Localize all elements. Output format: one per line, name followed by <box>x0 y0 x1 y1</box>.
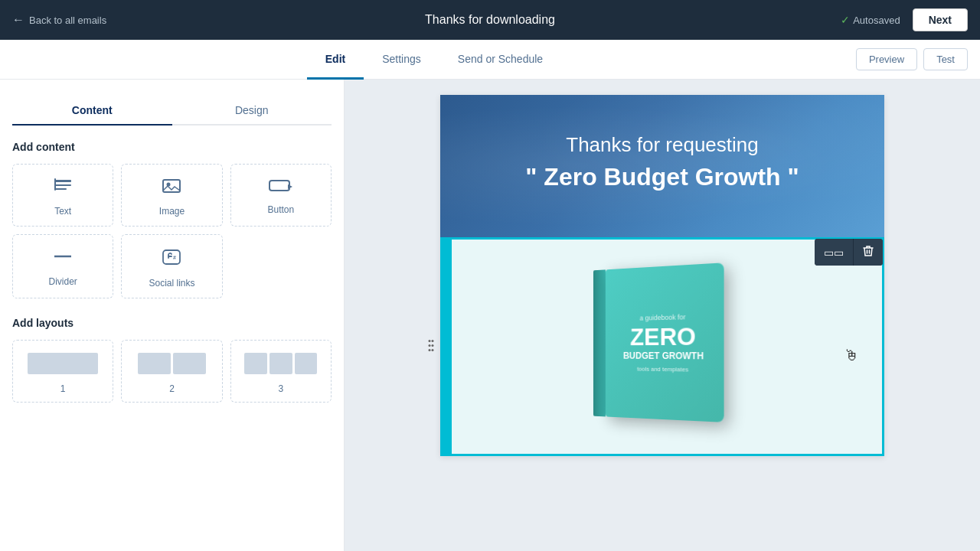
teal-bar <box>443 240 452 454</box>
book-body: a guidebook for ZERO BUDGET GROWTH tools… <box>606 262 724 422</box>
button-item-label: Button <box>267 204 294 215</box>
back-label: Back to all emails <box>29 15 106 26</box>
cursor-icon: 🖰 <box>844 347 859 364</box>
delete-section-button[interactable] <box>853 239 883 266</box>
sidebar-tabs: Content Design <box>12 95 332 126</box>
sidebar: Content Design Add content Text <box>0 80 345 551</box>
svg-point-13 <box>432 344 434 347</box>
content-grid: Text Image <box>12 164 332 298</box>
book-budget-text: BUDGET GROWTH <box>623 350 704 360</box>
book-section[interactable]: ▭▭ <box>440 237 884 456</box>
layout-2-preview <box>128 350 215 377</box>
text-item-label: Text <box>54 206 71 217</box>
layout-1-preview <box>19 350 106 377</box>
svg-rect-6 <box>270 181 289 191</box>
social-item-label: Social links <box>149 278 194 289</box>
sidebar-tab-content[interactable]: Content <box>12 96 172 126</box>
content-item-text[interactable]: Text <box>12 164 113 227</box>
main-layout: Content Design Add content Text <box>0 80 980 551</box>
image-item-label: Image <box>159 206 185 217</box>
content-item-button[interactable]: Button <box>230 164 332 227</box>
layout-2-label: 2 <box>169 383 175 394</box>
layout-item-3[interactable]: 3 <box>230 340 332 403</box>
layout-1-col <box>28 353 97 374</box>
button-icon <box>268 177 294 198</box>
divider-icon <box>52 247 74 270</box>
layout-3-preview <box>237 350 325 377</box>
layout-2-col-1 <box>138 353 171 374</box>
content-item-social[interactable]: # Social links <box>121 234 222 298</box>
copy-section-button[interactable]: ▭▭ <box>815 239 853 266</box>
content-item-image[interactable]: Image <box>121 164 222 227</box>
test-button[interactable]: Test <box>923 48 968 70</box>
svg-rect-1 <box>54 184 71 186</box>
text-icon <box>52 177 74 200</box>
social-icon: # <box>161 247 182 272</box>
copy-icon: ▭▭ <box>824 246 844 259</box>
svg-point-14 <box>429 349 431 351</box>
tab-send-or-schedule[interactable]: Send or Schedule <box>439 41 561 80</box>
top-nav-right: ✓ Autosaved Next <box>841 8 968 31</box>
book-spine <box>593 269 606 416</box>
book-zero-text: ZERO <box>630 324 696 349</box>
svg-text:#: # <box>173 255 176 260</box>
image-icon <box>161 177 182 200</box>
sidebar-tab-design[interactable]: Design <box>172 96 332 126</box>
svg-rect-3 <box>54 178 56 191</box>
layout-item-1[interactable]: 1 <box>12 340 113 403</box>
top-nav: ← Back to all emails Thanks for download… <box>0 0 980 40</box>
divider-item-label: Divider <box>48 276 77 287</box>
autosaved-check-icon: ✓ <box>841 14 850 26</box>
svg-point-11 <box>432 340 434 342</box>
email-header-text: Thanks for requesting " Zero Budget Grow… <box>463 133 861 191</box>
canvas-area: Thanks for requesting " Zero Budget Grow… <box>345 80 980 551</box>
add-content-title: Add content <box>12 141 332 153</box>
layout-3-col-3 <box>295 353 318 374</box>
email-title: Thanks for downloading <box>425 13 555 27</box>
svg-point-12 <box>429 344 431 347</box>
tab-actions: Preview Test <box>856 48 968 70</box>
back-arrow-icon: ← <box>12 13 24 27</box>
layout-1-label: 1 <box>60 383 66 394</box>
section-actions: ▭▭ <box>815 239 883 266</box>
preview-button[interactable]: Preview <box>856 48 917 70</box>
svg-point-10 <box>429 340 431 342</box>
autosaved-label: Autosaved <box>853 15 900 26</box>
book-section-inner: a guidebook for ZERO BUDGET GROWTH tools… <box>443 240 882 454</box>
tab-bar: Edit Settings Send or Schedule Preview T… <box>0 40 980 80</box>
content-item-divider[interactable]: Divider <box>12 234 113 298</box>
add-layouts-title: Add layouts <box>12 317 332 329</box>
next-button[interactable]: Next <box>913 8 968 31</box>
layout-item-2[interactable]: 2 <box>121 340 222 403</box>
svg-rect-2 <box>54 188 67 190</box>
svg-rect-8 <box>163 250 180 264</box>
svg-rect-0 <box>54 180 71 182</box>
layout-3-label: 3 <box>278 383 283 394</box>
autosaved-status: ✓ Autosaved <box>841 14 900 26</box>
book-illustration: a guidebook for ZERO BUDGET GROWTH tools… <box>592 262 740 439</box>
tab-edit[interactable]: Edit <box>307 41 364 80</box>
layout-3-col-2 <box>270 353 292 374</box>
header-subtitle: Thanks for requesting <box>463 133 861 157</box>
drag-handle[interactable] <box>427 337 435 357</box>
tabs: Edit Settings Send or Schedule <box>307 40 561 79</box>
email-header-section[interactable]: Thanks for requesting " Zero Budget Grow… <box>440 95 884 237</box>
tab-settings[interactable]: Settings <box>364 41 439 80</box>
layout-2-col-2 <box>173 353 206 374</box>
layout-3-col-1 <box>244 353 267 374</box>
delete-icon <box>863 245 874 259</box>
book-guidebook-text: a guidebook for <box>640 313 686 321</box>
email-canvas: Thanks for requesting " Zero Budget Grow… <box>440 95 884 456</box>
book-tools-text: tools and templates <box>637 365 688 373</box>
back-link[interactable]: ← Back to all emails <box>12 13 106 27</box>
svg-point-15 <box>432 349 434 351</box>
layouts-grid: 1 2 3 <box>12 340 332 403</box>
header-title: " Zero Budget Growth " <box>463 163 861 191</box>
